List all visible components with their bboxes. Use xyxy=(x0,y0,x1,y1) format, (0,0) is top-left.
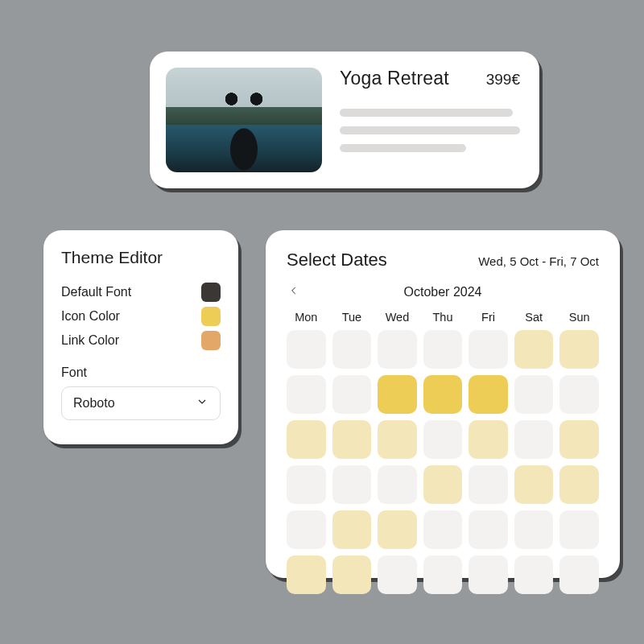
color-swatch[interactable] xyxy=(201,283,221,302)
weekday-label: Sun xyxy=(559,311,599,324)
calendar-day[interactable] xyxy=(559,510,599,549)
calendar-day[interactable] xyxy=(287,555,326,594)
product-image xyxy=(166,68,322,172)
theme-editor-title: Theme Editor xyxy=(61,248,221,267)
calendar-day[interactable] xyxy=(287,375,326,414)
theme-row-link-color[interactable]: Link Color xyxy=(61,328,221,353)
calendar-day[interactable] xyxy=(287,420,326,459)
calendar-day[interactable] xyxy=(423,420,463,459)
weekday-label: Sat xyxy=(514,311,554,324)
theme-row-default-font[interactable]: Default Font xyxy=(61,280,221,304)
calendar-day[interactable] xyxy=(469,420,508,459)
prev-month-button[interactable] xyxy=(288,285,299,299)
product-description-placeholder xyxy=(340,109,520,152)
calendar-day[interactable] xyxy=(469,330,508,369)
theme-row-label: Icon Color xyxy=(61,309,120,324)
weekday-header-row: MonTueWedThuFriSatSun xyxy=(287,311,599,324)
calendar-day[interactable] xyxy=(378,555,417,594)
weekday-label: Mon xyxy=(287,311,326,324)
theme-row-icon-color[interactable]: Icon Color xyxy=(61,304,221,328)
product-info: Yoga Retreat 399€ xyxy=(340,68,520,172)
calendar-day[interactable] xyxy=(423,330,463,369)
theme-row-label: Link Color xyxy=(61,333,119,348)
calendar-day[interactable] xyxy=(559,375,599,414)
font-field-label: Font xyxy=(61,365,221,380)
calendar-day[interactable] xyxy=(514,510,554,549)
weekday-label: Thu xyxy=(423,311,463,324)
product-card: Yoga Retreat 399€ xyxy=(150,52,539,188)
calendar-day[interactable] xyxy=(378,465,417,504)
calendar-day[interactable] xyxy=(559,330,599,369)
calendar-day[interactable] xyxy=(469,510,508,549)
theme-row-label: Default Font xyxy=(61,285,131,299)
date-picker-card: Select Dates Wed, 5 Oct - Fri, 7 Oct Oct… xyxy=(266,230,620,578)
weekday-label: Tue xyxy=(332,311,372,324)
weekday-label: Wed xyxy=(378,311,417,324)
date-picker-selected-range: Wed, 5 Oct - Fri, 7 Oct xyxy=(478,254,599,268)
calendar-day[interactable] xyxy=(514,555,554,594)
calendar-day[interactable] xyxy=(332,330,372,369)
calendar-day[interactable] xyxy=(332,375,372,414)
theme-editor-card: Theme Editor Default Font Icon Color Lin… xyxy=(43,230,238,444)
calendar-day[interactable] xyxy=(514,375,554,414)
month-label: October 2024 xyxy=(404,285,482,299)
calendar-day[interactable] xyxy=(378,330,417,369)
calendar-day[interactable] xyxy=(514,330,554,369)
calendar-grid xyxy=(287,330,599,594)
chevron-down-icon xyxy=(196,395,208,411)
calendar-day[interactable] xyxy=(332,420,372,459)
calendar-day[interactable] xyxy=(378,420,417,459)
calendar-day[interactable] xyxy=(423,375,463,414)
calendar-day[interactable] xyxy=(287,330,326,369)
calendar-day[interactable] xyxy=(423,465,463,504)
product-title: Yoga Retreat xyxy=(340,68,449,89)
calendar-day[interactable] xyxy=(514,465,554,504)
calendar-day[interactable] xyxy=(378,375,417,414)
calendar-day[interactable] xyxy=(514,420,554,459)
calendar-day[interactable] xyxy=(287,465,326,504)
chevron-left-icon xyxy=(288,285,299,296)
calendar-day[interactable] xyxy=(423,510,463,549)
date-picker-title: Select Dates xyxy=(287,250,387,270)
calendar-day[interactable] xyxy=(378,510,417,549)
calendar-day[interactable] xyxy=(332,510,372,549)
calendar-day[interactable] xyxy=(423,555,463,594)
product-price: 399€ xyxy=(486,71,520,89)
calendar-day[interactable] xyxy=(469,375,508,414)
calendar-day[interactable] xyxy=(469,465,508,504)
calendar-day[interactable] xyxy=(559,420,599,459)
calendar-day[interactable] xyxy=(332,465,372,504)
font-select[interactable]: Roboto xyxy=(61,386,221,420)
calendar-day[interactable] xyxy=(559,555,599,594)
calendar-day[interactable] xyxy=(287,510,326,549)
calendar-day[interactable] xyxy=(332,555,372,594)
weekday-label: Fri xyxy=(469,311,508,324)
color-swatch[interactable] xyxy=(201,307,221,326)
color-swatch[interactable] xyxy=(201,331,221,350)
calendar-day[interactable] xyxy=(469,555,508,594)
font-select-value: Roboto xyxy=(73,396,115,411)
calendar-day[interactable] xyxy=(559,465,599,504)
